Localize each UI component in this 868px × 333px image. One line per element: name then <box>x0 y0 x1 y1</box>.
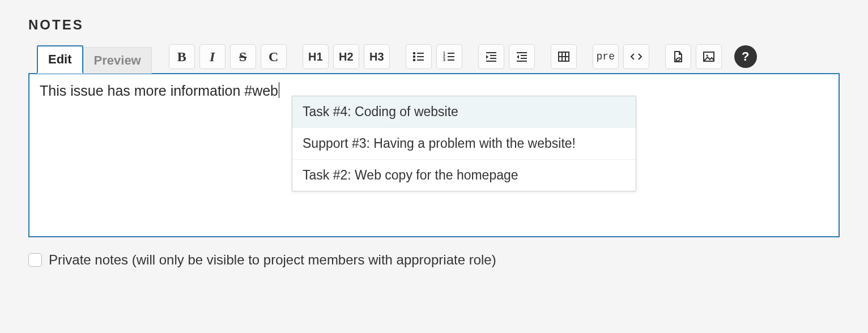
tabs-and-toolbar: Edit Preview B I S C H1 H2 H3 <box>28 44 840 74</box>
editor-content: This issue has more information #web <box>40 83 278 99</box>
image-button[interactable] <box>696 44 722 69</box>
editor-toolbar: B I S C H1 H2 H3 1 <box>169 44 757 74</box>
svg-text:3: 3 <box>443 58 445 62</box>
autocomplete-item[interactable]: Support #3: Having a problem with the we… <box>292 128 636 160</box>
h1-button[interactable]: H1 <box>303 44 329 69</box>
svg-point-4 <box>413 59 415 61</box>
strikethrough-button[interactable]: S <box>230 44 256 69</box>
notes-textarea[interactable]: This issue has more information #web Tas… <box>28 73 840 237</box>
inline-code-button[interactable]: C <box>261 44 287 69</box>
preformatted-button[interactable]: pre <box>593 44 619 69</box>
help-icon: ? <box>742 49 749 64</box>
svg-point-0 <box>413 53 415 54</box>
link-button[interactable] <box>665 44 691 69</box>
unordered-list-button[interactable] <box>406 44 432 69</box>
private-notes-row: Private notes (will only be visible to p… <box>28 252 840 268</box>
list-ol-icon: 1 2 3 <box>442 50 456 63</box>
bold-button[interactable]: B <box>169 44 195 69</box>
svg-point-26 <box>706 55 708 57</box>
private-notes-checkbox[interactable] <box>28 253 42 267</box>
image-icon <box>702 50 716 63</box>
text-caret <box>279 82 279 98</box>
outdent-icon <box>515 50 529 63</box>
section-title: NOTES <box>28 17 840 33</box>
italic-icon: I <box>210 49 215 65</box>
table-button[interactable] <box>551 44 577 69</box>
list-ul-icon <box>412 50 426 63</box>
h3-button[interactable]: H3 <box>364 44 390 69</box>
strikethrough-icon: S <box>239 49 246 65</box>
autocomplete-item[interactable]: Task #2: Web copy for the homepage <box>292 160 636 191</box>
pre-icon: pre <box>597 51 615 62</box>
autocomplete-item[interactable]: Task #4: Coding of website <box>292 96 636 128</box>
h2-button[interactable]: H2 <box>333 44 359 69</box>
indent-icon <box>484 50 498 63</box>
ordered-list-button[interactable]: 1 2 3 <box>436 44 462 69</box>
code-block-button[interactable] <box>623 44 649 69</box>
help-button[interactable]: ? <box>734 45 757 68</box>
autocomplete-dropdown: Task #4: Coding of website Support #3: H… <box>292 96 636 191</box>
link-icon <box>671 50 685 63</box>
outdent-button[interactable] <box>509 44 535 69</box>
svg-point-2 <box>413 56 415 58</box>
code-icon <box>629 50 643 63</box>
indent-button[interactable] <box>478 44 504 69</box>
table-icon <box>557 50 571 63</box>
italic-button[interactable]: I <box>199 44 225 69</box>
tab-preview[interactable]: Preview <box>83 47 152 74</box>
tab-edit[interactable]: Edit <box>37 45 83 74</box>
editor-wrap: Edit Preview B I S C H1 H2 H3 <box>28 44 840 237</box>
notes-panel: NOTES Edit Preview B I S C H1 H2 H3 <box>0 0 868 285</box>
svg-point-24 <box>675 57 680 62</box>
private-notes-label: Private notes (will only be visible to p… <box>49 252 496 268</box>
